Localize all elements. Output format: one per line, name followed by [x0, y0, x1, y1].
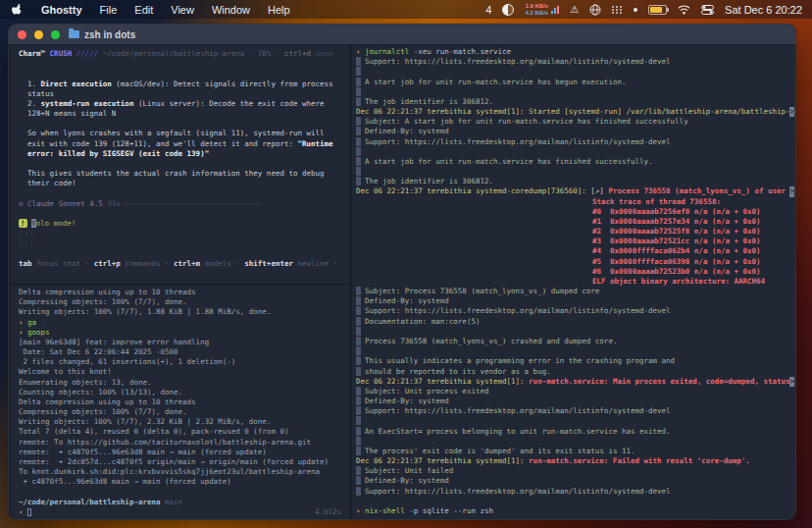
terminal-line: Support: https://lists.freedesktop.org/m…: [356, 306, 795, 316]
terminal-line: error: killed by SIGSEGV (exit code 139)…: [19, 149, 349, 159]
menu-help[interactable]: Help: [268, 4, 290, 16]
terminal-line: [356, 437, 795, 447]
terminal-line: Compressing objects: 100% (7/7), done.: [19, 297, 349, 307]
menu-view[interactable]: View: [171, 4, 194, 16]
terminal-line: :::: [19, 238, 349, 248]
terminal-line: should be reported to its vendor as a bu…: [356, 367, 795, 377]
terminal-line: [356, 67, 795, 77]
window-title: zsh in dots: [84, 29, 135, 40]
terminal-line: 2 files changed, 61 insertions(+), 1 del…: [19, 357, 349, 367]
terminal-line: Support: https://lists.freedesktop.org/m…: [356, 406, 795, 416]
menu-edit[interactable]: Edit: [134, 4, 153, 16]
terminal-line: Documentation: man:core(5): [356, 317, 795, 327]
terminal-line: #4 0x0000ffffaca062b4 n/a (n/a + 0x0): [356, 246, 795, 256]
terminal-line: [main 96e63d8] feat: improve error handl…: [19, 338, 349, 347]
folder-icon: [69, 30, 79, 38]
control-center-icon[interactable]: [701, 5, 714, 15]
terminal-line: [356, 147, 795, 157]
terminal-line: tab focus chat · ctrl+p commands · ctrl+…: [19, 259, 349, 269]
ghostty-window: zsh in dots Charm™ CRUSH ///// ~/code/pe…: [8, 24, 796, 520]
terminal-line: Counting objects: 100% (13/13), done.: [19, 388, 349, 397]
terminal-line: [19, 188, 349, 198]
terminal-line: To knot.dunkirk.sh:did:plc:krxbvxvis5skq…: [19, 467, 349, 477]
warning-triangle-icon[interactable]: ⚠: [570, 4, 579, 15]
terminal-line: Dec 06 22:21:37 terebithia systemd[1]: r…: [356, 377, 795, 387]
status-count[interactable]: 4: [485, 4, 491, 16]
wifi-icon[interactable]: [678, 5, 690, 15]
minimize-button[interactable]: [34, 30, 43, 39]
terminal-line: › ga .: [19, 318, 349, 328]
terminal-line: Dec 06 22:21:37 terebithia systemd[1]: S…: [356, 107, 795, 117]
terminal-line: › 4.012s: [19, 507, 349, 517]
terminal-line: Support: https://lists.freedesktop.org/m…: [356, 487, 795, 497]
terminal-line: An ExecStart= process belonging to unit …: [356, 427, 795, 437]
menu-app-name[interactable]: Ghostty: [41, 4, 82, 16]
git-shell-pane[interactable]: Delta compression using up to 10 threads…: [11, 286, 349, 519]
terminal-line: Support: https://lists.freedesktop.org/m…: [356, 57, 795, 67]
terminal-line: Writing objects: 100% (7/7), 1.88 KiB | …: [19, 307, 349, 317]
menu-window[interactable]: Window: [212, 4, 250, 16]
menu-bar: Ghostty File Edit View Window Help 4 1.9…: [0, 0, 812, 19]
battery-icon[interactable]: [648, 5, 667, 15]
terminal-line: 2. systemd-run execution (Linux server):…: [19, 99, 349, 109]
terminal-line: Date: Sat Dec 6 22:06:44 2025 -0500: [19, 347, 349, 357]
terminal-line: Enumerating objects: 13, done.: [19, 378, 349, 388]
terminal-line: #2 0x0000aaaab72525f8 n/a (n/a + 0x0): [356, 227, 795, 237]
window-titlebar[interactable]: zsh in dots: [9, 25, 795, 44]
terminal-line: Stack trace of thread 736558:: [356, 197, 795, 207]
terminal-line: ! Yolo mode!: [19, 219, 349, 229]
terminal-line: Total 7 (delta 4), reused 0 (delta 0), p…: [19, 427, 349, 437]
terminal-line: Support: https://lists.freedesktop.org/m…: [356, 137, 795, 147]
terminal-line: Subject: Unit failed: [356, 466, 795, 476]
terminal-line: Subject: Process 736558 (match_lyons_vs_…: [356, 287, 795, 296]
net-graph-icon: [551, 5, 559, 14]
terminal-line: [19, 69, 349, 79]
app-grid-icon[interactable]: [612, 6, 623, 14]
terminal-line: ◇ Claude Sonnet 4.5 33s: [19, 199, 349, 209]
terminal-line: › nix-shell -p sqlite --run zsh: [356, 506, 795, 516]
globe-icon[interactable]: [589, 4, 601, 16]
terminal-line: ~/code/personal/battleship-arena main: [19, 498, 349, 507]
network-speed-widget[interactable]: 1.9 KB/s 4.2 KB/s: [525, 3, 559, 16]
contrast-circle-icon[interactable]: [502, 4, 514, 16]
terminal-line: status: [19, 89, 349, 99]
terminal-line: :::: [19, 229, 349, 238]
terminal-line: [19, 119, 349, 129]
zoom-button[interactable]: [51, 30, 60, 39]
terminal-line: This gives students the actual crash inf…: [19, 169, 349, 179]
terminal-line: remote: + c4870f5...96e63d8 main → main …: [19, 448, 349, 457]
terminal-line: [356, 167, 795, 177]
terminal-line: 1. Direct execution (macOS/dev): Detect …: [19, 79, 349, 89]
terminal-line: ELF object binary architecture: AARCH64: [356, 277, 795, 287]
terminal-line: [19, 487, 349, 497]
terminal-line: Defined-By: systemd: [356, 127, 795, 136]
crush-agent-pane[interactable]: Charm™ CRUSH ///// ~/code/personal/battl…: [11, 45, 349, 284]
apple-menu-icon[interactable]: [12, 3, 24, 16]
journalctl-pane[interactable]: › journalctl -xeu run-match.service Supp…: [352, 45, 795, 519]
terminal-line: This usually indicates a programming err…: [356, 356, 795, 366]
terminal-line: #3 0x0000aaaab72521cc n/a (n/a + 0x0): [356, 237, 795, 246]
terminal-line: + c4870f5...96e63d8 main → main (forced …: [19, 477, 349, 487]
terminal-line: remote: + 2dc857d...c4870f5 origin/main …: [19, 457, 349, 467]
terminal-line: Charm™ CRUSH ///// ~/code/personal/battl…: [19, 49, 349, 59]
terminal-line: Defined-By: systemd: [356, 296, 795, 306]
terminal-line: Writing objects: 100% (7/7), 2.32 KiB | …: [19, 417, 349, 427]
menu-clock[interactable]: Sat Dec 6 20:22: [725, 4, 802, 16]
terminal-line: The job identifier is 306812.: [356, 177, 795, 186]
terminal-line: So when lyons crashes with a segfault (s…: [19, 129, 349, 138]
terminal-line: The job identifier is 306812.: [356, 97, 795, 107]
terminal-line: [356, 346, 795, 356]
terminal-line: [356, 327, 795, 337]
terminal-line: › journalctl -xeu run-match.service: [356, 47, 795, 57]
terminal-line: #6 0x0000aaaab72523b0 n/a (n/a + 0x0): [356, 267, 795, 277]
record-dot-icon: [634, 8, 637, 12]
menu-file[interactable]: File: [100, 4, 118, 16]
terminal-line: #1 0x0000aaaab7257e34 n/a (n/a + 0x0): [356, 217, 795, 227]
terminal-line: Dec 06 22:21:37 terebithia systemd-cored…: [356, 186, 795, 196]
terminal-line: Defined-By: systemd: [356, 476, 795, 486]
terminal-line: Subject: A start job for unit run-match.…: [356, 117, 795, 127]
terminal-line: Subject: Unit process exited: [356, 387, 795, 396]
close-button[interactable]: [18, 30, 26, 39]
desktop-wallpaper: Ghostty File Edit View Window Help 4 1.9…: [0, 0, 812, 528]
terminal-line: #0 0x0000aaaab7256ef0 n/a (n/a + 0x0): [356, 207, 795, 217]
